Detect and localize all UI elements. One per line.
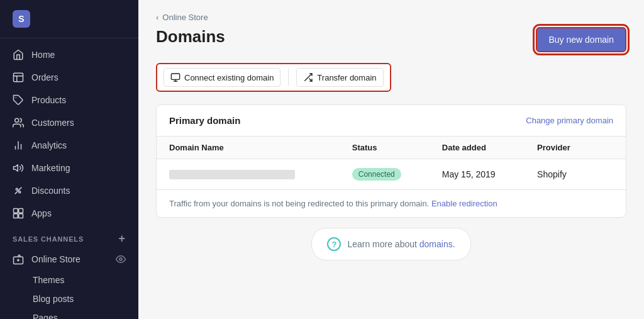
sidebar-item-customers-label: Customers (31, 118, 74, 128)
sidebar-logo: S (0, 0, 138, 38)
svg-rect-13 (14, 214, 18, 218)
sidebar-sub-item-blog-posts[interactable]: Blog posts (0, 289, 138, 308)
sidebar-nav: Home Orders Products (0, 38, 138, 319)
breadcrumb[interactable]: ‹ Online Store (156, 13, 626, 22)
svg-rect-0 (14, 73, 23, 82)
sidebar-sub-item-themes[interactable]: Themes (0, 271, 138, 289)
buy-new-domain-button[interactable]: Buy new domain (536, 27, 626, 52)
connect-existing-domain-button[interactable]: Connect existing domain (164, 68, 280, 87)
help-icon: ? (327, 237, 341, 251)
sidebar-item-apps[interactable]: Apps (0, 202, 138, 225)
sidebar-item-products[interactable]: Products (0, 89, 138, 111)
online-store-icon (13, 254, 24, 265)
main-content: ‹ Online Store Domains Buy new domain Co… (138, 0, 644, 319)
domain-table: Domain Name Status Date added Provider █… (157, 137, 626, 189)
status-cell: Connected (340, 159, 430, 190)
sidebar-item-customers[interactable]: Customers (0, 111, 138, 134)
svg-rect-14 (19, 214, 23, 218)
transfer-domain-icon (303, 72, 313, 82)
sidebar-item-marketing-label: Marketing (31, 163, 70, 173)
add-sales-channel-icon[interactable]: + (119, 232, 126, 245)
sidebar-item-orders-label: Orders (31, 72, 58, 82)
col-provider: Provider (525, 137, 595, 159)
redirect-notice: Traffic from your domains is not being r… (157, 189, 626, 217)
col-actions (595, 137, 626, 159)
sidebar-item-discounts-label: Discounts (31, 186, 70, 196)
orders-icon (13, 72, 24, 83)
sidebar-item-marketing[interactable]: Marketing (0, 157, 138, 179)
sidebar-sub-item-pages[interactable]: Pages (0, 308, 138, 319)
svg-rect-19 (171, 74, 179, 79)
primary-domain-title: Primary domain (169, 115, 240, 126)
sidebar-item-products-label: Products (31, 95, 66, 105)
svg-rect-12 (19, 209, 23, 213)
enable-redirection-link[interactable]: Enable redirection (431, 199, 497, 208)
table-row: ████████████.myshopify.com Connected May… (157, 159, 626, 190)
date-added-cell: May 15, 2019 (430, 159, 525, 190)
col-domain-name: Domain Name (157, 137, 340, 159)
primary-domain-card: Primary domain Change primary domain Dom… (156, 104, 626, 218)
home-icon (13, 49, 24, 60)
online-store-label: Online Store (31, 254, 80, 264)
sidebar-sub-item-blog-posts-label: Blog posts (33, 294, 74, 304)
sales-channels-label: SALES CHANNELS + (0, 225, 138, 248)
action-bar-divider (288, 69, 289, 86)
breadcrumb-label: Online Store (162, 13, 208, 22)
eye-icon[interactable] (116, 254, 126, 264)
sidebar-item-online-store[interactable]: Online Store (0, 248, 138, 271)
col-date-added: Date added (430, 137, 525, 159)
transfer-domain-button[interactable]: Transfer domain (296, 68, 383, 87)
svg-rect-11 (14, 209, 18, 213)
customers-icon (13, 117, 24, 128)
svg-point-9 (16, 188, 18, 190)
sidebar-sub-item-themes-label: Themes (33, 275, 65, 285)
products-icon (13, 94, 24, 106)
transfer-domain-label: Transfer domain (317, 73, 376, 82)
logo-icon: S (13, 10, 30, 28)
sidebar-item-analytics-label: Analytics (31, 140, 67, 150)
row-actions-cell (595, 159, 626, 190)
sidebar-item-home[interactable]: Home (0, 43, 138, 66)
svg-point-18 (119, 258, 122, 260)
primary-domain-header: Primary domain Change primary domain (157, 105, 626, 137)
svg-point-4 (15, 118, 19, 122)
learn-more-domains-link[interactable]: domains. (419, 239, 455, 249)
page-header: Domains Buy new domain (156, 27, 626, 53)
marketing-icon (13, 162, 24, 174)
action-bar: Connect existing domain Transfer domain (156, 63, 391, 92)
analytics-icon (13, 140, 24, 151)
connect-domain-icon (170, 72, 180, 82)
apps-icon (13, 208, 24, 219)
domain-name-cell: ████████████.myshopify.com (157, 159, 340, 190)
breadcrumb-chevron-icon: ‹ (156, 13, 158, 22)
discounts-icon (13, 185, 24, 196)
page-title: Domains (156, 27, 225, 47)
sidebar: S Home Orders Produ (0, 0, 138, 319)
sidebar-sub-item-pages-label: Pages (33, 313, 58, 319)
domain-name-blurred: ████████████.myshopify.com (169, 170, 295, 179)
sidebar-item-analytics[interactable]: Analytics (0, 134, 138, 157)
sidebar-item-apps-label: Apps (31, 208, 52, 218)
learn-more-text: Learn more about domains. (347, 239, 455, 249)
col-status: Status (340, 137, 430, 159)
change-primary-domain-link[interactable]: Change primary domain (526, 116, 613, 125)
redirect-notice-text: Traffic from your domains is not being r… (169, 199, 429, 208)
online-store-icons (116, 254, 126, 264)
table-header-row: Domain Name Status Date added Provider (157, 137, 626, 159)
sidebar-item-home-label: Home (31, 50, 55, 60)
svg-point-10 (19, 191, 21, 193)
connect-existing-domain-label: Connect existing domain (184, 73, 274, 82)
status-badge: Connected (352, 168, 401, 181)
sidebar-item-discounts[interactable]: Discounts (0, 179, 138, 202)
sidebar-item-orders[interactable]: Orders (0, 66, 138, 89)
provider-cell: Shopify (525, 159, 595, 190)
svg-marker-8 (14, 165, 18, 172)
learn-more-card: ? Learn more about domains. (311, 228, 470, 260)
